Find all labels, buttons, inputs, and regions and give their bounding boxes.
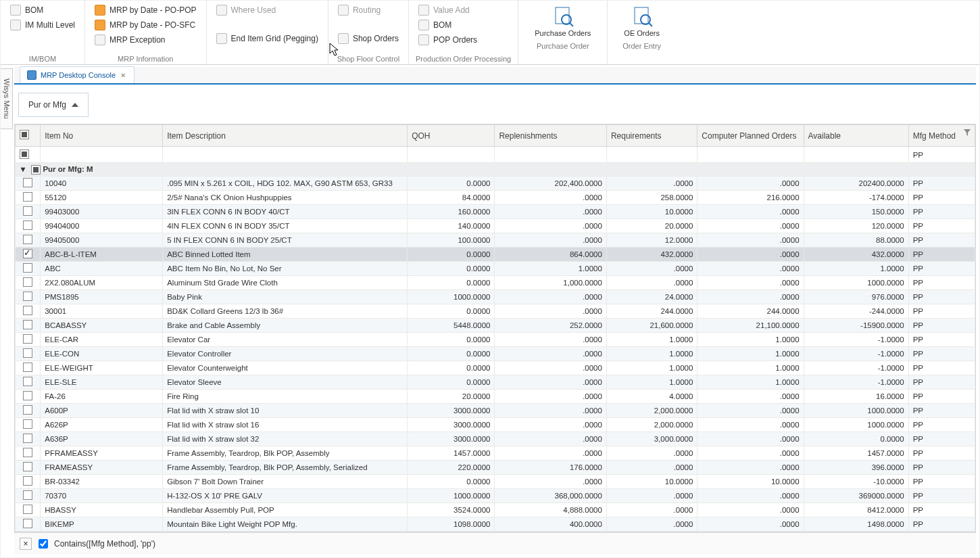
- col-qoh[interactable]: QOH: [408, 125, 495, 147]
- filter-checkbox[interactable]: [16, 147, 41, 163]
- table-row[interactable]: 994030003IN FLEX CONN 6 IN BODY 40/CT160…: [16, 204, 975, 218]
- group-by-chip[interactable]: Pur or Mfg: [18, 93, 89, 117]
- row-checkbox[interactable]: [23, 235, 32, 244]
- row-checkbox[interactable]: [23, 263, 32, 273]
- table-row[interactable]: 30001BD&K Collard Greens 12/3 lb 36#0.00…: [16, 304, 975, 318]
- filter-item-no[interactable]: [41, 147, 163, 163]
- table-row[interactable]: ABC-B-L-ITEMABC Binned Lotted Item0.0000…: [16, 247, 975, 261]
- filter-mfg[interactable]: PP: [908, 147, 975, 163]
- ribbon-group-label: MRP Information: [92, 52, 199, 63]
- table-row[interactable]: HBASSYHandlebar Assembly Pull, POP3524.0…: [16, 503, 975, 517]
- ribbon-popbom[interactable]: BOM: [416, 18, 511, 32]
- pencil-icon: [95, 5, 105, 16]
- table-row[interactable]: BR-03342Gibson 7' Bolt Down Trainer0.000…: [16, 474, 975, 488]
- side-menu-tab[interactable]: Wisys Menu: [1, 68, 13, 129]
- table-row[interactable]: PFRAMEASSYFrame Assembly, Teardrop, Blk …: [16, 446, 975, 460]
- cell-desc: Baby Pink: [163, 289, 408, 304]
- table-row[interactable]: ELE-WEIGHTElevator Counterweight0.0000.0…: [16, 361, 975, 375]
- filter-qoh[interactable]: [408, 147, 495, 163]
- row-checkbox[interactable]: [23, 334, 32, 344]
- cell-item-no: HBASSY: [41, 503, 163, 517]
- cell-repl: 368,000.0000: [495, 488, 606, 503]
- filter-footer: × Contains([Mfg Method], 'pp'): [14, 532, 976, 555]
- ribbon-where-used: Where Used: [214, 3, 321, 17]
- table-row[interactable]: ABCABC Item No Bin, No Lot, No Ser0.0000…: [16, 261, 975, 275]
- column-filter-icon[interactable]: [963, 129, 971, 139]
- row-checkbox[interactable]: [23, 405, 32, 415]
- col-checkbox[interactable]: [16, 125, 41, 147]
- row-checkbox[interactable]: [23, 434, 32, 443]
- table-row[interactable]: BIKEMPMountain Bike Light Weight POP Mfg…: [16, 517, 975, 531]
- cell-cpo: .0000: [697, 261, 804, 275]
- ribbon-mrp-date-sfc[interactable]: MRP by Date - PO-SFC: [92, 18, 199, 32]
- table-row[interactable]: 994040004IN FLEX CONN 6 IN BODY 35/CT140…: [16, 218, 975, 233]
- table-row[interactable]: ELE-SLEElevator Sleeve0.0000.00001.00001…: [16, 375, 975, 389]
- ribbon-group-label: Shop Floor Control: [335, 52, 401, 63]
- ribbon-purchase-orders[interactable]: Purchase Orders: [525, 3, 600, 39]
- row-checkbox[interactable]: [23, 490, 32, 500]
- col-cpo[interactable]: Computer Planned Orders: [697, 125, 804, 147]
- table-row[interactable]: FRAMEASSYFrame Assembly, Teardrop, Blk P…: [16, 460, 975, 474]
- row-checkbox[interactable]: [23, 348, 32, 358]
- table-row[interactable]: 2X2.080ALUMAluminum Std Grade Wire Cloth…: [16, 275, 975, 289]
- col-avail[interactable]: Available: [804, 125, 908, 147]
- filter-avail[interactable]: [804, 147, 908, 163]
- table-row[interactable]: 994050005 IN FLEX CONN 6 IN BODY 25/CT10…: [16, 233, 975, 247]
- row-checkbox[interactable]: [23, 220, 32, 230]
- row-checkbox[interactable]: [23, 462, 32, 471]
- col-desc[interactable]: Item Description: [163, 125, 408, 147]
- tab-close[interactable]: ×: [120, 71, 126, 79]
- table-row[interactable]: 10040.095 MIN x 5.261 x COIL, HDG 102. M…: [16, 176, 975, 190]
- filter-cpo[interactable]: [697, 147, 804, 163]
- row-checkbox[interactable]: [23, 377, 32, 386]
- row-checkbox[interactable]: [23, 292, 32, 301]
- ribbon-oe-orders[interactable]: OE Orders: [614, 3, 669, 39]
- table-row[interactable]: ELE-CARElevator Car0.0000.00001.00001.00…: [16, 332, 975, 346]
- row-checkbox[interactable]: [23, 448, 32, 457]
- row-checkbox[interactable]: [23, 249, 32, 258]
- table-row[interactable]: 551202/5# Nana's CK Onion Hushpuppies84.…: [16, 190, 975, 204]
- filter-desc[interactable]: [163, 147, 408, 163]
- filter-enabled-checkbox[interactable]: [39, 539, 48, 549]
- row-checkbox[interactable]: [23, 178, 32, 187]
- col-repl[interactable]: Replenishments: [495, 125, 606, 147]
- table-row[interactable]: FA-26Fire Ring20.0000.00004.0000.000016.…: [16, 389, 975, 403]
- row-checkbox[interactable]: [23, 206, 32, 216]
- table-row[interactable]: A636PFlat lid with X straw slot 323000.0…: [16, 432, 975, 446]
- row-checkbox[interactable]: [23, 306, 32, 315]
- table-row[interactable]: BCABASSYBrake and Cable Assembly5448.000…: [16, 318, 975, 332]
- row-checkbox[interactable]: [23, 419, 32, 429]
- row-checkbox[interactable]: [23, 277, 32, 287]
- row-checkbox[interactable]: [23, 391, 32, 400]
- ribbon-shop-orders[interactable]: Shop Orders: [335, 32, 401, 45]
- row-checkbox[interactable]: [23, 476, 32, 486]
- row-checkbox[interactable]: [23, 519, 32, 528]
- filter-clear[interactable]: ×: [20, 538, 32, 550]
- table-row[interactable]: A626PFlat lid with X straw slot 163000.0…: [16, 417, 975, 432]
- filter-req[interactable]: [606, 147, 697, 163]
- header-checkbox-icon[interactable]: [20, 130, 29, 139]
- group-row[interactable]: ▾ Pur or Mfg: M: [16, 163, 975, 177]
- ribbon-im-multi[interactable]: IM Multi Level: [7, 18, 78, 32]
- ribbon-mrp-date-pop[interactable]: MRP by Date - PO-POP: [92, 3, 199, 17]
- table-row[interactable]: ELE-CONElevator Controller0.0000.00001.0…: [16, 346, 975, 361]
- tab-mrp-console[interactable]: MRP Desktop Console ×: [20, 66, 134, 83]
- row-checkbox[interactable]: [23, 192, 32, 202]
- ribbon-mrp-exception[interactable]: MRP Exception: [92, 33, 199, 47]
- col-item-no[interactable]: Item No: [41, 125, 163, 147]
- table-row[interactable]: 70370H-132-OS X 10' PRE GALV1000.0000368…: [16, 488, 975, 503]
- cell-desc: Frame Assembly, Teardrop, Blk POP, Assem…: [163, 460, 408, 474]
- row-checkbox[interactable]: [23, 320, 32, 329]
- table-row[interactable]: A600PFlat lid with X straw slot 103000.0…: [16, 403, 975, 417]
- filter-checkbox-icon[interactable]: [20, 149, 29, 159]
- table-row[interactable]: PMS1895Baby Pink1000.0000.000024.0000.00…: [16, 289, 975, 304]
- col-req[interactable]: Requirements: [606, 125, 697, 147]
- value-icon: [418, 5, 429, 16]
- row-checkbox[interactable]: [23, 363, 32, 372]
- filter-repl[interactable]: [495, 147, 606, 163]
- ribbon-end-item-grid[interactable]: End Item Grid (Pegging): [214, 32, 321, 45]
- ribbon-pop-orders[interactable]: POP Orders: [416, 33, 511, 47]
- row-checkbox[interactable]: [23, 505, 32, 514]
- ribbon-bom[interactable]: BOM: [7, 3, 78, 17]
- cell-repl: 1.0000: [495, 261, 606, 275]
